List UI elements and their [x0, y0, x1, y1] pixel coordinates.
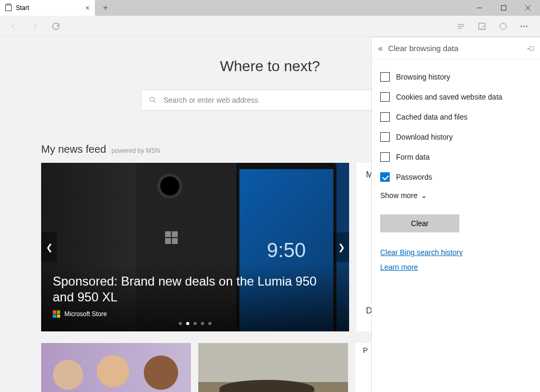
checkbox-row-5[interactable]: Passwords	[380, 167, 532, 187]
checkbox-row-2[interactable]: Cached data and files	[380, 107, 532, 127]
close-window-button[interactable]	[516, 0, 540, 16]
forward-button[interactable]	[25, 17, 44, 36]
checkbox-icon[interactable]	[380, 112, 390, 122]
hero-source: Microsoft Store	[64, 310, 107, 318]
webnote-button[interactable]	[472, 17, 491, 36]
thumb-label: P	[363, 346, 368, 355]
hero-headline: Sponsored: Brand new deals on the Lumia …	[53, 273, 338, 305]
hub-button[interactable]	[451, 17, 470, 36]
chevron-down-icon: ⌄	[421, 191, 427, 200]
checkbox-row-0[interactable]: Browsing history	[380, 67, 532, 87]
checkbox-row-3[interactable]: Download history	[380, 127, 532, 147]
feed-hero-card[interactable]: 9:50 ❮ ❯ Sponsored: Brand new deals on t…	[41, 163, 349, 331]
new-tab-button[interactable]: +	[95, 0, 116, 16]
checkbox-icon[interactable]	[380, 172, 390, 182]
browser-tab[interactable]: Start ×	[0, 0, 95, 16]
maximize-button[interactable]	[491, 0, 516, 16]
svg-point-12	[150, 97, 155, 102]
clear-button[interactable]: Clear	[380, 214, 459, 232]
checkbox-icon[interactable]	[380, 132, 390, 142]
checkbox-row-4[interactable]: Form data	[380, 147, 532, 167]
svg-point-8	[500, 23, 506, 30]
hero-overlay: Sponsored: Brand new deals on the Lumia …	[41, 264, 349, 331]
address-search-bar[interactable]	[141, 90, 399, 111]
checkbox-label: Cookies and saved website data	[396, 93, 503, 101]
back-button[interactable]	[4, 17, 23, 36]
toolbar	[0, 16, 540, 37]
show-more-label: Show more	[380, 191, 418, 200]
panel-body: Browsing historyCookies and saved websit…	[372, 60, 540, 279]
search-icon	[149, 96, 157, 104]
clear-bing-history-link[interactable]: Clear Bing search history	[380, 248, 532, 257]
svg-line-13	[154, 101, 156, 103]
show-more-button[interactable]: Show more ⌄	[380, 191, 532, 200]
checkbox-label: Browsing history	[396, 73, 450, 81]
more-button[interactable]	[515, 17, 534, 36]
checkbox-label: Download history	[396, 133, 452, 141]
carousel-prev-button[interactable]: ❮	[41, 232, 57, 262]
feed-heading-text: My news feed	[41, 143, 106, 155]
pin-icon[interactable]: ‑□	[527, 44, 534, 52]
share-button[interactable]	[494, 17, 513, 36]
window-controls	[467, 0, 540, 16]
feed-subheading: powered by MSN	[111, 147, 160, 154]
panel-back-button[interactable]: «	[378, 44, 383, 53]
microsoft-logo-icon	[53, 310, 60, 318]
tab-title: Start	[16, 4, 29, 12]
checkbox-icon[interactable]	[380, 72, 390, 82]
checkbox-label: Form data	[396, 153, 430, 161]
checkbox-label: Cached data and files	[396, 113, 467, 121]
checkbox-label: Passwords	[396, 173, 432, 181]
learn-more-link[interactable]: Learn more	[380, 263, 532, 271]
checkbox-row-1[interactable]: Cookies and saved website data	[380, 87, 532, 107]
panel-title: Clear browsing data	[388, 44, 522, 53]
svg-point-10	[524, 25, 525, 26]
minimize-button[interactable]	[467, 0, 491, 16]
news-thumb-2[interactable]	[198, 343, 348, 392]
checkbox-icon[interactable]	[380, 152, 390, 162]
page-icon	[5, 5, 12, 11]
refresh-button[interactable]	[46, 17, 65, 36]
clear-browsing-data-panel: « Clear browsing data ‑□ Browsing histor…	[371, 37, 540, 392]
svg-rect-7	[479, 23, 485, 30]
checkbox-icon[interactable]	[380, 92, 390, 102]
close-icon[interactable]: ×	[85, 4, 90, 12]
news-thumb-1[interactable]	[41, 343, 191, 392]
carousel-dots[interactable]	[179, 322, 211, 325]
svg-point-11	[526, 25, 527, 26]
search-input[interactable]	[163, 96, 391, 104]
titlebar: Start × +	[0, 0, 540, 16]
svg-point-9	[521, 25, 522, 26]
carousel-next-button[interactable]: ❯	[333, 232, 349, 262]
svg-rect-1	[502, 6, 506, 11]
